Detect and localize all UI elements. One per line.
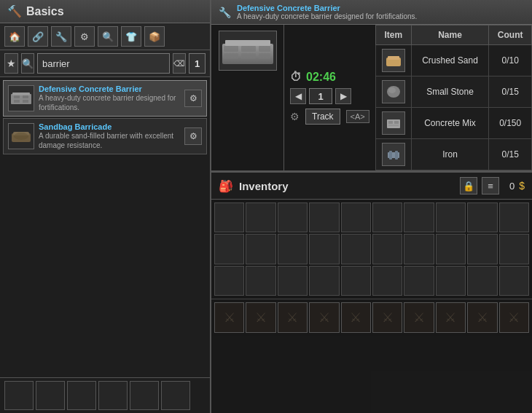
hotbar-slot-3[interactable]: ⚔ — [278, 302, 308, 332]
svg-point-8 — [14, 133, 28, 140]
currency-icon: $ — [519, 180, 525, 192]
svg-rect-5 — [23, 100, 28, 103]
sort-button[interactable]: ≡ — [482, 177, 499, 194]
hotbar-slot-9[interactable]: ⚔ — [467, 302, 497, 332]
inv-slot-25[interactable] — [341, 266, 371, 296]
quantity-row: ◀ 1 ▶ — [290, 88, 369, 104]
inv-slot-21[interactable] — [214, 266, 244, 296]
inv-slot-11[interactable] — [214, 234, 244, 264]
wrench-icon: 🔧 — [219, 7, 231, 18]
hotbar-slot-1[interactable]: ⚔ — [214, 302, 244, 332]
svg-point-20 — [388, 87, 396, 93]
inv-slot-22[interactable] — [246, 266, 275, 296]
stone-icon-cell — [375, 76, 411, 108]
inv-slot-13[interactable] — [278, 234, 308, 264]
hotbar-slot-4[interactable]: ⚔ — [309, 302, 339, 332]
inv-slot-30[interactable] — [499, 266, 529, 296]
toolbar-magnify[interactable]: 🔍 — [98, 26, 118, 47]
ingredients-table: Item Name Count — [375, 25, 532, 170]
inv-slot-5[interactable] — [341, 202, 371, 232]
recipe-list: Defensive Concrete Barrier A heavy-duty … — [0, 77, 210, 377]
craft-recipe-button[interactable]: ⚙ — [184, 90, 202, 107]
sand-icon — [382, 49, 405, 72]
qty-increase-button[interactable]: ▶ — [335, 88, 351, 104]
preview-image — [219, 31, 277, 71]
hotbar-slot-10[interactable]: ⚔ — [499, 302, 529, 332]
track-button[interactable]: Track — [305, 109, 340, 125]
hotbar-slot-8[interactable]: ⚔ — [436, 302, 466, 332]
right-header-info: Defensive Concrete Barrier A heavy-duty … — [237, 4, 417, 20]
inv-slot-18[interactable] — [436, 234, 466, 264]
recipe-item-concrete-barrier[interactable]: Defensive Concrete Barrier A heavy-duty … — [3, 80, 207, 117]
col-name: Name — [411, 25, 489, 45]
inv-slot-16[interactable] — [372, 234, 402, 264]
toolbar-wrench[interactable]: 🔧 — [51, 26, 71, 47]
toolbar-box[interactable]: 📦 — [144, 26, 165, 47]
toolbar-row: 🏠 🔗 🔧 ⚙ 🔍 👕 📦 — [0, 23, 210, 50]
toolbar-home[interactable]: 🏠 — [4, 26, 25, 47]
hotbar-slot-5[interactable]: ⚔ — [341, 302, 371, 332]
inv-slot-1[interactable] — [214, 202, 244, 232]
inv-slot-8[interactable] — [436, 202, 466, 232]
favorites-button[interactable]: ★ — [4, 53, 18, 74]
bottom-slots — [0, 377, 210, 413]
slot-2 — [36, 381, 65, 410]
qty-display: 1 — [309, 88, 332, 104]
stone-name: Small Stone — [411, 76, 489, 108]
svg-rect-24 — [388, 125, 399, 126]
toolbar-link[interactable]: 🔗 — [28, 26, 48, 47]
search-input[interactable] — [37, 53, 170, 74]
recipe-name-concrete: Defensive Concrete Barrier — [39, 84, 180, 93]
inv-slot-27[interactable] — [404, 266, 434, 296]
inv-slot-15[interactable] — [341, 234, 371, 264]
right-header: 🔧 Defensive Concrete Barrier A heavy-dut… — [211, 0, 532, 25]
inv-slot-20[interactable] — [499, 234, 529, 264]
svg-rect-13 — [259, 46, 270, 52]
qty-decrease-button[interactable]: ◀ — [290, 88, 306, 104]
right-panel: 🔧 Defensive Concrete Barrier A heavy-dut… — [211, 0, 532, 413]
inv-slot-19[interactable] — [467, 234, 497, 264]
track-icon: ⚙ — [290, 111, 300, 122]
inv-slot-24[interactable] — [309, 266, 339, 296]
search-row: ★ 🔍 ⌫ 1 — [0, 50, 210, 77]
inv-slot-6[interactable] — [372, 202, 402, 232]
inv-slot-2[interactable] — [246, 202, 275, 232]
inv-slot-4[interactable] — [309, 202, 339, 232]
hotbar-slot-7[interactable]: ⚔ — [404, 302, 434, 332]
clock-icon: ⏱ — [290, 71, 302, 84]
inv-slot-26[interactable] — [372, 266, 402, 296]
iron-icon — [382, 143, 405, 166]
sand-icon-cell — [375, 45, 411, 76]
concrete-count: 0/150 — [489, 108, 532, 139]
inv-slot-3[interactable] — [278, 202, 308, 232]
svg-rect-22 — [388, 121, 393, 124]
inv-slot-28[interactable] — [436, 266, 466, 296]
slot-3 — [67, 381, 96, 410]
inv-slot-10[interactable] — [499, 202, 529, 232]
ingredient-crushed-sand: Crushed Sand 0/10 — [375, 45, 531, 76]
inv-slot-17[interactable] — [404, 234, 434, 264]
inv-slot-9[interactable] — [467, 202, 497, 232]
col-item: Item — [375, 25, 411, 45]
concrete-name: Concrete Mix — [411, 108, 489, 139]
item-preview — [211, 25, 284, 170]
hotbar-slot-6[interactable]: ⚔ — [372, 302, 402, 332]
slot-1 — [4, 381, 34, 410]
inv-slot-14[interactable] — [309, 234, 339, 264]
iron-name: Iron — [411, 139, 489, 170]
toolbar-shirt[interactable]: 👕 — [121, 26, 141, 47]
recipe-desc-sandbag: A durable sand-filled barrier with excel… — [39, 131, 180, 150]
stone-count: 0/15 — [489, 76, 532, 108]
sand-name: Crushed Sand — [411, 45, 489, 76]
hotbar-slot-2[interactable]: ⚔ — [246, 302, 275, 332]
recipe-item-sandbag[interactable]: Sandbag Barricade A durable sand-filled … — [3, 118, 207, 154]
col-count: Count — [489, 25, 532, 45]
inv-slot-7[interactable] — [404, 202, 434, 232]
toolbar-gear[interactable]: ⚙ — [74, 26, 95, 47]
inv-slot-23[interactable] — [278, 266, 308, 296]
clear-search-button[interactable]: ⌫ — [173, 53, 186, 74]
inv-slot-12[interactable] — [246, 234, 275, 264]
craft-sandbag-button[interactable]: ⚙ — [184, 127, 202, 145]
inv-slot-29[interactable] — [467, 266, 497, 296]
lock-button[interactable]: 🔒 — [460, 177, 477, 194]
